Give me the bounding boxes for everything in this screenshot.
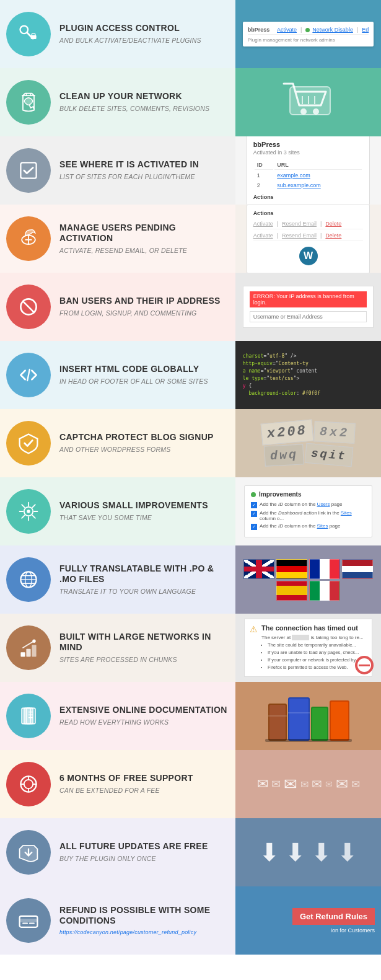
- icon-cleanup: [6, 80, 51, 125]
- access-control-panel: bbPress Activate | Network Disable | Ed …: [243, 22, 374, 46]
- svg-line-18: [27, 369, 30, 381]
- activate-link[interactable]: Activate: [277, 27, 297, 33]
- svg-rect-52: [265, 739, 352, 742]
- feature-right-5: ERROR: Your IP address is banned from lo…: [235, 273, 381, 341]
- feature-insert-html: INSERT HTML CODE GLOBALLY IN HEAD OR FOO…: [0, 341, 381, 409]
- bbpress-activated: Activated in 3 sites: [253, 149, 364, 156]
- svg-rect-36: [32, 645, 36, 657]
- svg-point-37: [32, 640, 35, 643]
- feature-subtitle-11: READ HOW EVERYTHING WORKS: [59, 718, 229, 727]
- feature-text-10: BUILT WITH LARGE NETWORKS IN MIND SITES …: [59, 632, 229, 664]
- feature-text-11: EXTENSIVE ONLINE DOCUMENTATION READ HOW …: [59, 705, 229, 726]
- feature-left-8: VARIOUS SMALL IMPROVEMENTS THAT SAVE YOU…: [0, 477, 235, 545]
- envelope-4: ✉: [300, 779, 309, 790]
- feature-subtitle-3: LIST OF SITES FOR EACH PLUGIN/THEME: [59, 173, 229, 182]
- icon-refund: [6, 898, 51, 943]
- arrows-area: ⬇ ⬇ ⬇ ⬇: [243, 838, 374, 867]
- green-dot: [251, 492, 256, 497]
- svg-point-7: [300, 108, 307, 115]
- feature-text-3: SEE WHERE IT IS ACTIVATED IN LIST OF SIT…: [59, 159, 229, 181]
- feature-subtitle-7: AND OTHER WORDPRESS FORMS: [59, 446, 229, 454]
- feature-subtitle-9: TRANSLATE IT TO YOUR OWN LANGUAGE: [59, 588, 229, 596]
- feature-title-7: CAPTCHA PROTECT BLOG SIGNUP: [59, 432, 229, 443]
- svg-rect-51: [331, 702, 348, 739]
- arrow-1: ⬇: [259, 838, 280, 867]
- arrow-2: ⬇: [285, 838, 306, 867]
- feature-right-12: ✉ ✉ ✉ ✉ ✉ ✉ ✉ ✉: [235, 750, 381, 818]
- timeout-title: The connection has timed out: [261, 624, 364, 632]
- feature-right-6: charset="utf-8" /> http-equiv="Content-t…: [235, 341, 381, 409]
- feature-subtitle-4: ACTIVATE, RESEND EMAIL, OR DELETE: [59, 247, 229, 255]
- flag-uk: [243, 559, 274, 579]
- flags-area: [243, 559, 374, 601]
- icon-users-pending: [6, 216, 51, 261]
- ban-panel: ERROR: Your IP address is banned from lo…: [243, 286, 374, 328]
- delete-btn-2[interactable]: Delete: [325, 232, 341, 239]
- envelope-6: ✉: [325, 779, 333, 789]
- feature-text-13: ALL FUTURE UPDATES ARE FREE BUY THE PLUG…: [59, 841, 229, 863]
- resend-email-btn-1[interactable]: Resend Email: [282, 221, 317, 227]
- feature-subtitle-2: BULK DELETE SITES, COMMENTS, REVISIONS: [59, 105, 229, 113]
- timeout-panel: ⚠ The connection has timed out The serve…: [244, 619, 372, 676]
- envelopes-area: ✉ ✉ ✉ ✉ ✉ ✉ ✉ ✉: [243, 775, 374, 794]
- resend-email-btn-2[interactable]: Resend Email: [282, 232, 317, 239]
- icon-documentation: [6, 694, 51, 738]
- edit-link[interactable]: Ed: [362, 27, 369, 33]
- arrow-4: ⬇: [337, 838, 358, 867]
- captcha-box-4: sqit: [304, 443, 353, 467]
- svg-rect-39: [24, 708, 33, 723]
- refund-sub: ion for Customers: [331, 927, 375, 934]
- imp-item-3: ✓ Add the ID column on the Sites page: [251, 523, 366, 530]
- imp-item-2: ✓ Add the Dashboard action link in the S…: [251, 510, 366, 521]
- envelope-3: ✉: [284, 775, 297, 794]
- feature-large-networks: BUILT WITH LARGE NETWORKS IN MIND SITES …: [0, 614, 381, 682]
- feature-subtitle-14: https://codecanyon.net/page/customer_ref…: [59, 929, 229, 937]
- feature-title-4: MANAGE USERS PENDING ACTIVATION: [59, 223, 229, 244]
- cart-illustration: [271, 74, 346, 130]
- captcha-area: x208 8x2 dwq sqit: [243, 422, 374, 466]
- feature-title-6: INSERT HTML CODE GLOBALLY: [59, 364, 229, 375]
- svg-rect-3: [32, 33, 35, 37]
- imp-title: Improvements: [251, 491, 366, 498]
- feature-title-13: ALL FUTURE UPDATES ARE FREE: [59, 841, 229, 852]
- feature-left-10: BUILT WITH LARGE NETWORKS IN MIND SITES …: [0, 614, 235, 682]
- svg-rect-35: [26, 649, 30, 657]
- feature-text-12: 6 MONTHS OF FREE SUPPORT CAN BE EXTENDED…: [59, 773, 229, 795]
- feature-left-2: CLEAN UP YOUR NETWORK BULK DELETE SITES,…: [0, 68, 235, 136]
- col-id: ID: [255, 161, 274, 170]
- feature-right-3: bbPress Activated in 3 sites ID URL 1exa…: [235, 136, 381, 205]
- sep3: |: [277, 232, 278, 239]
- feature-subtitle-8: THAT SAVE YOU SOME TIME: [59, 514, 229, 523]
- flag-nl: [342, 559, 373, 579]
- sep2: |: [320, 221, 322, 227]
- svg-point-20: [27, 510, 30, 513]
- feature-subtitle-6: IN HEAD OR FOOTER OF ALL OR SOME SITES: [59, 377, 229, 386]
- feature-title-14: REFUND IS POSSIBLE WITH SOME CONDITIONS: [59, 905, 229, 927]
- checkbox-3: ✓: [251, 524, 257, 530]
- status-dot: [305, 28, 310, 32]
- actions-section: Actions: [253, 194, 364, 200]
- feature-title-5: BAN USERS AND THEIR IP ADDRESS: [59, 296, 229, 307]
- get-refund-button[interactable]: Get Refund Rules: [292, 908, 375, 925]
- feature-left-11: EXTENSIVE ONLINE DOCUMENTATION READ HOW …: [0, 682, 235, 750]
- feature-title-1: PLUGIN ACCESS CONTROL: [59, 23, 229, 34]
- activate-btn-2[interactable]: Activate: [253, 232, 273, 239]
- checkbox-2: ✓: [251, 511, 257, 517]
- icon-activated: [6, 148, 51, 193]
- activate-btn-1[interactable]: Activate: [253, 221, 273, 227]
- delete-btn-1[interactable]: Delete: [325, 221, 341, 227]
- svg-rect-12: [20, 162, 36, 178]
- feature-translatable: FULLY TRANSLATABLE WITH .PO & .MO FILES …: [0, 545, 381, 614]
- username-input[interactable]: [250, 311, 367, 322]
- col-url: URL: [274, 161, 362, 170]
- bbpress-title: bbPress: [253, 141, 364, 148]
- feature-subtitle-1: AND BULK ACTIVATE/DEACTIVATE PLUGINS: [59, 37, 229, 45]
- icon-html-code: [6, 353, 51, 397]
- network-disable[interactable]: Network Disable: [312, 27, 353, 33]
- svg-line-27: [32, 505, 35, 508]
- flag-it: [309, 581, 340, 601]
- feature-title-9: FULLY TRANSLATABLE WITH .PO & .MO FILES: [59, 563, 229, 585]
- svg-rect-58: [20, 919, 38, 922]
- icon-future-updates: [6, 830, 51, 875]
- feature-left-6: INSERT HTML CODE GLOBALLY IN HEAD OR FOO…: [0, 341, 235, 409]
